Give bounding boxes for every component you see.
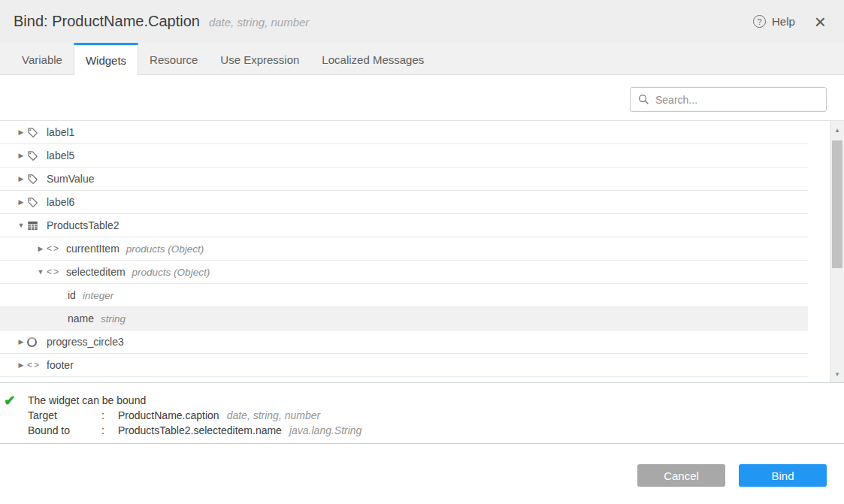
object-icon: <> [47,243,65,254]
tree-row-label: label6 [47,196,74,208]
tree-row-name[interactable]: name string [0,307,808,330]
status-boundto-row: Bound to : ProductsTable2.selecteditem.n… [28,423,844,438]
expander-icon[interactable]: ▶ [15,175,27,183]
widget-tree: ▶ label1 ▶ label5 ▶ SumValue ▶ label6 ▼ … [0,120,844,383]
search-input[interactable] [655,94,818,106]
tree-row-type: products (Object) [132,267,210,278]
object-icon: <> [47,267,60,277]
tag-icon [27,197,45,208]
expander-icon[interactable]: ▶ [15,361,27,369]
tab-localized-messages[interactable]: Localized Messages [310,43,435,74]
expander-icon[interactable]: ▶ [15,198,27,206]
object-icon: <> [27,360,45,370]
tag-icon [27,127,45,138]
tree-row-label: SumValue [47,173,95,185]
expander-icon[interactable]: ▶ [15,152,27,159]
tag-icon [27,150,38,161]
tag-icon [27,127,38,138]
tag-icon [27,150,45,161]
tree-row-footer[interactable]: ▶ <> footer [0,354,808,377]
tree-row-label6[interactable]: ▶ label6 [0,191,808,214]
tree-row-currentItem[interactable]: ▶ <> currentItem products (Object) [0,237,808,261]
tree-row-type: products (Object) [126,243,204,255]
tree-row-label: progress_circle3 [47,336,124,348]
tree-row-id[interactable]: id integer [0,284,808,307]
help-icon: ? [753,15,766,28]
search-icon [638,94,649,105]
object-icon: <> [47,267,65,277]
tree-row-SumValue[interactable]: ▶ SumValue [0,167,808,191]
header-actions: ? Help × [753,14,826,29]
bind-dialog: Bind: ProductName.Caption date, string, … [0,0,844,504]
status-target-label: Target [28,408,101,423]
expander-icon[interactable]: ▶ [15,338,27,346]
dialog-header: Bind: ProductName.Caption date, string, … [0,0,844,43]
tree-row-label: ProductsTable2 [47,219,119,231]
tree-row-label: label1 [47,126,74,138]
status-colon: : [101,423,118,438]
tree-row-label: currentItem [66,243,119,255]
dialog-subtitle: date, string, number [209,16,309,29]
tag-icon [27,174,45,185]
table-icon [27,220,45,231]
tree-row-selecteditem[interactable]: ▼ <> selecteditem products (Object) [0,261,808,284]
tab-use-expression[interactable]: Use Expression [209,43,310,74]
help-label: Help [772,15,795,28]
status-target-value: ProductName.captiondate, string, number [118,408,844,423]
table-icon [27,220,38,231]
expander-icon[interactable]: ▶ [35,245,47,252]
tree-row-label: label5 [47,149,74,161]
status-boundto-type: java.lang.String [289,424,362,436]
tree-row-label: id [68,289,76,301]
bind-button[interactable]: Bind [739,464,827,487]
status-boundto-value: ProductsTable2.selecteditem.namejava.lan… [118,423,844,438]
scrollbar[interactable]: ▲ ▼ [830,121,844,382]
object-icon: <> [47,243,60,254]
tag-icon [27,197,38,208]
title-group: Bind: ProductName.Caption date, string, … [14,13,309,30]
status-target-row: Target : ProductName.captiondate, string… [28,408,844,423]
tab-bar: Variable Widgets Resource Use Expression… [0,43,844,75]
close-icon[interactable]: × [815,14,826,29]
tree-row-label5[interactable]: ▶ label5 [0,144,808,167]
tab-variable[interactable]: Variable [11,43,74,74]
tag-icon [27,174,38,185]
help-button[interactable]: ? Help [753,15,795,28]
status-target-type: date, string, number [227,409,321,421]
expander-icon[interactable]: ▼ [35,268,47,276]
status-panel: ✔ The widget can be bound Target : Produ… [0,383,844,443]
search-box[interactable] [630,87,827,112]
cancel-button[interactable]: Cancel [637,464,725,487]
success-check-icon: ✔ [4,392,16,409]
tree-row-progress_circle3[interactable]: ▶ progress_circle3 [0,330,808,354]
object-icon: <> [27,360,41,370]
scroll-thumb[interactable] [832,140,842,268]
tab-resource[interactable]: Resource [138,43,209,74]
search-band [0,75,844,120]
tree-row-ProductsTable2[interactable]: ▼ ProductsTable2 [0,214,808,237]
dialog-title: Bind: ProductName.Caption [14,13,200,30]
scroll-down-arrow[interactable]: ▼ [830,371,844,378]
expander-icon[interactable]: ▶ [15,128,27,136]
circle-icon [27,337,45,347]
tree-row-label: footer [47,359,74,371]
tree-row-type: string [101,313,126,324]
tree-row-label: name [68,312,94,324]
status-colon: : [101,408,118,423]
tree-row-label1[interactable]: ▶ label1 [0,121,808,144]
status-message: The widget can be bound [28,393,844,408]
scroll-up-arrow[interactable]: ▲ [830,127,844,134]
progress-circle-icon [27,337,37,347]
status-boundto-label: Bound to [28,423,101,438]
tab-widgets[interactable]: Widgets [74,43,138,75]
tree-row-type: integer [83,290,113,301]
tree-row-label: selecteditem [66,266,126,278]
dialog-footer: Cancel Bind [0,444,844,504]
expander-icon[interactable]: ▼ [15,222,27,229]
tree-rows: ▶ label1 ▶ label5 ▶ SumValue ▶ label6 ▼ … [0,121,808,377]
